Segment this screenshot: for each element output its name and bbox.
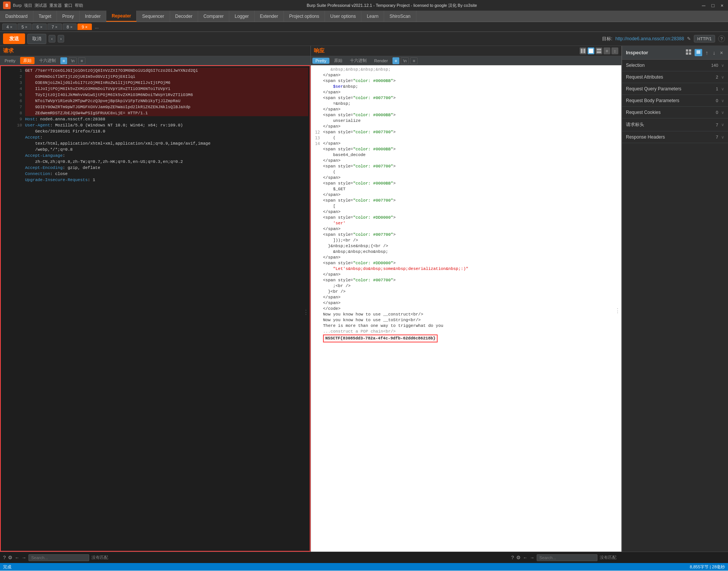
req-tab-hex[interactable]: 十六进制 (36, 57, 59, 64)
req-line-1: GET /?ser=TzoxOiJGIjo1OntzOjQ6InVzZXI7O3… (25, 68, 308, 116)
search-input-left[interactable] (28, 554, 89, 561)
tab-target[interactable]: Target (33, 11, 57, 22)
menubar-project[interactable]: 项目 (24, 3, 32, 8)
bottom-help-right[interactable]: ? (511, 555, 514, 560)
menubar-repeater[interactable]: 重发器 (49, 3, 62, 8)
close-button[interactable]: × (719, 3, 725, 8)
tab-shiroscan[interactable]: ShiroScan (384, 11, 416, 22)
inspector-items: Selection 140 ∨ Request Attributes 2 ∨ R… (622, 60, 728, 143)
req-line-6: Accept-Encoding: gzip, deflate (25, 165, 308, 171)
menubar-window[interactable]: 窗口 (64, 3, 72, 8)
inspector-sort-desc[interactable]: ↓ (712, 49, 717, 56)
menubar-tester[interactable]: 测试器 (35, 3, 47, 8)
tab-sequencer[interactable]: Sequencer (137, 11, 170, 22)
resp-icon-newline[interactable]: \n (401, 57, 409, 64)
bottom-forward-right[interactable]: → (530, 555, 534, 560)
bottom-forward-left[interactable]: → (22, 555, 26, 560)
menubar-help[interactable]: 帮助 (75, 3, 83, 8)
menubar-burp[interactable]: Burp (13, 3, 22, 8)
tab-dashboard[interactable]: Dashboard (0, 11, 33, 22)
search-input-right[interactable] (537, 554, 597, 561)
request-lines: GET /?ser=TzoxOiJGIjo1OntzOjQ6InVzZXI7O3… (25, 68, 308, 195)
req-line-8: Upgrade-Insecure-Requests: 1 (25, 177, 308, 183)
req-icon-list[interactable]: ≡ (60, 57, 67, 64)
reptab-7[interactable]: 7 × (47, 24, 62, 30)
view-sort-icon[interactable]: ↕ (611, 47, 618, 54)
request-code-area[interactable]: 12345678910 GET /?ser=TzoxOiJGIjo1OntzOj… (0, 65, 310, 552)
minimize-button[interactable]: ─ (700, 3, 707, 8)
svg-rect-2 (589, 49, 593, 53)
req-tab-pretty[interactable]: Pretty (2, 58, 19, 64)
resp-icon-list[interactable]: ≡ (392, 57, 399, 64)
titlebar-title: Burp Suite Professional v2021.12.1 - Tem… (83, 3, 700, 8)
response-code-area[interactable]: 121314 &nbsp;&nbsp;&nbsp;&nbsp; </span> … (311, 65, 621, 552)
reptab-4[interactable]: 4 × (2, 24, 17, 30)
nav-forward-button[interactable]: › (58, 35, 65, 43)
tab-logger[interactable]: Logger (229, 11, 254, 22)
inspector-item-response-headers[interactable]: Response Headers 7 ∨ (622, 131, 728, 143)
inspector-sort-asc[interactable]: ↑ (704, 49, 709, 56)
bottom-back-right[interactable]: ← (523, 555, 528, 560)
inspector-item-query-params[interactable]: Request Query Parameters 1 ∨ (622, 83, 728, 95)
inspector-label-query-params: Request Query Parameters (626, 86, 681, 91)
tab-project-options[interactable]: Project options (284, 11, 325, 22)
inspector-view-list[interactable] (695, 49, 702, 56)
bottom-settings-left[interactable]: ⚙ (8, 555, 13, 560)
reptab-more[interactable]: ... (93, 24, 101, 30)
inspector-item-request-headers[interactable]: 请求标头 7 ∨ (622, 118, 728, 131)
inspector-item-body-params[interactable]: Request Body Parameters 0 ∨ (622, 95, 728, 107)
req-line-7: Connection: close (25, 171, 308, 177)
tab-intruder[interactable]: Intruder (80, 11, 106, 22)
view-stack-icon[interactable] (596, 47, 602, 54)
inspector-item-request-attributes[interactable]: Request Attributes 2 ∨ (622, 71, 728, 83)
inspector-count-request-attributes: 2 (716, 75, 718, 79)
req-tab-raw[interactable]: 原始 (20, 57, 35, 64)
reptab-6[interactable]: 6 × (32, 24, 47, 30)
tab-learn[interactable]: Learn (361, 11, 384, 22)
view-single-icon[interactable] (588, 47, 594, 54)
send-button[interactable]: 发送 (3, 33, 25, 44)
cancel-button[interactable]: 取消 (27, 34, 46, 44)
inspector-chevron-body-params: ∨ (721, 98, 724, 103)
tab-user-options[interactable]: User options (325, 11, 361, 22)
inspector-label-selection: Selection (626, 63, 644, 68)
resp-tab-render[interactable]: Render (371, 58, 391, 64)
reptab-5[interactable]: 5 × (17, 24, 32, 30)
drag-handle-req[interactable]: ⋮ (303, 309, 309, 316)
bottom-help-left[interactable]: ? (3, 555, 6, 560)
resp-tab-pretty[interactable]: Pretty (312, 58, 329, 64)
tab-comparer[interactable]: Comparer (198, 11, 229, 22)
resp-tab-raw[interactable]: 原始 (331, 57, 345, 64)
inspector-item-selection[interactable]: Selection 140 ∨ (622, 60, 728, 71)
reptab-8[interactable]: 8 × (63, 24, 77, 30)
bottom-settings-right[interactable]: ⚙ (516, 555, 521, 560)
inspector-close[interactable]: × (719, 49, 724, 56)
http-version-selector[interactable]: HTTP/1 (694, 35, 715, 43)
tab-repeater[interactable]: Repeater (106, 11, 137, 22)
inspector-label-request-headers: 请求标头 (626, 121, 644, 128)
tab-decoder[interactable]: Decoder (170, 11, 198, 22)
tab-proxy[interactable]: Proxy (57, 11, 80, 22)
resp-tab-hex[interactable]: 十六进制 (347, 57, 370, 64)
help-icon[interactable]: ? (718, 35, 725, 42)
req-icon-wrap[interactable]: ≡ (78, 57, 85, 64)
view-list-icon[interactable]: ≡ (604, 47, 610, 54)
status-right: 8,855字节 | 28毫秒 (690, 564, 725, 570)
inspector-item-cookies[interactable]: Request Cookies 0 ∨ (622, 107, 728, 118)
resp-icon-wrap[interactable]: ≡ (410, 57, 417, 64)
nav-back-button[interactable]: ‹ (49, 35, 55, 43)
edit-target-icon[interactable]: ✎ (687, 36, 691, 41)
request-panel: 请求 Pretty 原始 十六进制 ≡ \n ≡ 12345678910 (0, 46, 311, 552)
response-panel-tabs: Pretty 原始 十六进制 Render ≡ \n ≡ (311, 56, 621, 65)
req-line-3: User-Agent: Mozilla/5.0 (Windows NT 10.0… (25, 122, 308, 134)
inspector-label-cookies: Request Cookies (626, 110, 660, 115)
bottom-back-left[interactable]: ← (15, 555, 19, 560)
drag-handle-resp[interactable]: ⋮ (615, 309, 621, 314)
maximize-button[interactable]: □ (710, 3, 716, 8)
tab-extender[interactable]: Extender (255, 11, 284, 22)
inspector-view-grid[interactable] (685, 49, 692, 56)
view-split-icon[interactable] (580, 47, 586, 54)
svg-rect-5 (686, 49, 688, 52)
req-icon-newline[interactable]: \n (69, 57, 77, 64)
reptab-9[interactable]: 9 × (77, 24, 92, 30)
